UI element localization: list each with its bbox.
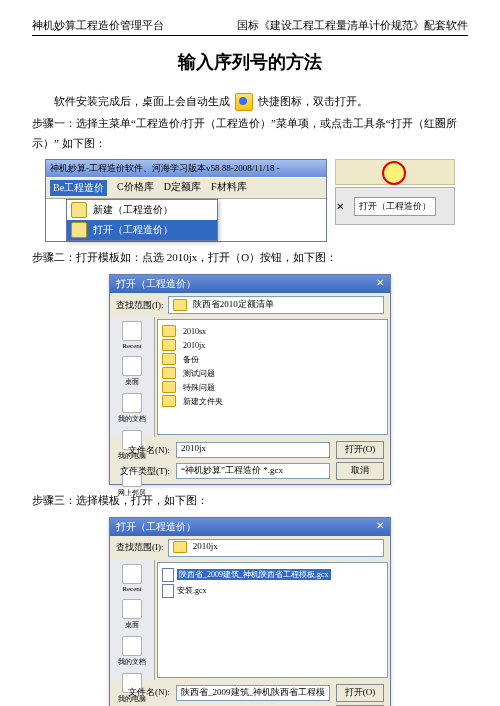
- toolbar-tooltip-area: ✕ 打开（工程造价）: [335, 187, 455, 225]
- folder-item[interactable]: 测试问题: [162, 366, 383, 380]
- file-item[interactable]: 安装.gcx: [162, 583, 383, 599]
- screenshot-step1: 神机妙算-工程造价软件、河海学习版本v58.88-2008/11/18 - Be…: [32, 159, 468, 242]
- filetype-field[interactable]: “神机妙算”工程造价 *.gcx: [176, 463, 330, 479]
- file-item-selected[interactable]: 陕西省_2009建筑_神机陕西省工程模板.gcx: [162, 567, 383, 583]
- place-mydocs[interactable]: 我的文档: [110, 636, 154, 667]
- desktop-icon: [122, 599, 142, 619]
- folder-item[interactable]: 特殊问题: [162, 380, 383, 394]
- dialog2-titlebar: 打开（工程造价） ✕: [110, 518, 390, 536]
- folder-icon: [162, 381, 176, 393]
- mydocs-icon: [122, 393, 142, 413]
- new-file-icon: [71, 202, 87, 218]
- lookin-label: 查找范围(I):: [116, 299, 164, 312]
- folder-item[interactable]: 备份: [162, 352, 383, 366]
- dialog1-title-text: 打开（工程造价）: [116, 277, 196, 291]
- page-title: 输入序列号的方法: [32, 50, 468, 74]
- folder-icon: [173, 299, 187, 311]
- menu-item-pricedb[interactable]: C价格库: [117, 180, 154, 196]
- close-icon[interactable]: ✕: [376, 520, 384, 534]
- place-recent[interactable]: Recent: [110, 321, 154, 350]
- dialog1-lookin-row: 查找范围(I): 陕西省2010定额清单: [110, 293, 390, 317]
- cancel-button[interactable]: 取消: [336, 462, 384, 480]
- submenu-open[interactable]: 打开（工程造价）: [67, 220, 217, 240]
- folder-name: 备份: [183, 354, 199, 365]
- menu-item-materialdb[interactable]: F材料库: [211, 180, 247, 196]
- step-2: 步骤二：打开模板如：点选 2010jx，打开（O）按钮，如下图：: [32, 248, 468, 268]
- top-rule: [32, 35, 468, 36]
- folder-icon: [162, 339, 176, 351]
- intro-before: 软件安装完成后，桌面上会自动生成: [54, 95, 230, 107]
- places-bar: Recent 桌面 我的文档 我的电脑 网上邻居: [110, 560, 155, 680]
- folder-icon: [173, 541, 187, 553]
- open-button[interactable]: 打开(O): [336, 684, 384, 702]
- app-titlebar: 神机妙算-工程造价软件、河海学习版本v58.88-2008/11/18 -: [46, 160, 326, 177]
- header-right: 国标《建设工程工程量清单计价规范》配套软件: [237, 18, 468, 33]
- folder-name: 2010sx: [183, 327, 206, 336]
- filename-field[interactable]: 陕西省_2009建筑_神机陕西省工程模板.gcx: [176, 685, 330, 701]
- place-desktop[interactable]: 桌面: [110, 599, 154, 630]
- file-icon: [162, 584, 174, 598]
- step-3: 步骤三：选择模板，打开，如下图：: [32, 491, 468, 511]
- place-desktop-label: 桌面: [110, 377, 154, 387]
- lookin-value: 陕西省2010定额清单: [193, 299, 274, 309]
- tooltip-open: 打开（工程造价）: [354, 197, 436, 216]
- app-window: 神机妙算-工程造价软件、河海学习版本v58.88-2008/11/18 - Be…: [45, 159, 327, 242]
- folder-name: 新建文件夹: [183, 396, 223, 407]
- intro-paragraph: 软件安装完成后，桌面上会自动生成 快捷图标，双击打开。: [32, 92, 468, 112]
- close-icon[interactable]: ✕: [376, 277, 384, 291]
- file-list[interactable]: 2010sx 2010jx 备份 测试问题 特殊问题 新建文件夹: [157, 319, 388, 435]
- folder-item[interactable]: 2010sx: [162, 324, 383, 338]
- dialog2-title-text: 打开（工程造价）: [116, 520, 196, 534]
- recent-icon: [122, 564, 142, 584]
- places-bar: Recent 桌面 我的文档 我的电脑 网上邻居: [110, 317, 155, 437]
- folder-icon: [162, 325, 176, 337]
- open-button-highlight[interactable]: [382, 161, 406, 185]
- header-left: 神机妙算工程造价管理平台: [32, 18, 164, 33]
- toolbar-icons: [335, 159, 455, 185]
- folder-icon: [162, 395, 176, 407]
- file-icon: [162, 568, 174, 582]
- place-desktop[interactable]: 桌面: [110, 356, 154, 387]
- place-mydocs[interactable]: 我的文档: [110, 393, 154, 424]
- screenshot-step3: 打开（工程造价） ✕ 查找范围(I): 2010jx Recent 桌面 我的文…: [32, 517, 468, 706]
- intro-after: 快捷图标，双击打开。: [258, 95, 368, 107]
- dialog1-titlebar: 打开（工程造价） ✕: [110, 275, 390, 293]
- place-recent-label: Recent: [110, 342, 154, 350]
- submenu-new[interactable]: 新建（工程造价）: [67, 200, 217, 220]
- folder-name: 特殊问题: [183, 382, 215, 393]
- screenshot-step2: 打开（工程造价） ✕ 查找范围(I): 陕西省2010定额清单 Recent 桌…: [32, 274, 468, 485]
- place-recent-label: Recent: [110, 585, 154, 593]
- open-file-icon: [71, 222, 87, 238]
- folder-item[interactable]: 2010jx: [162, 338, 383, 352]
- file-dialog-2: 打开（工程造价） ✕ 查找范围(I): 2010jx Recent 桌面 我的文…: [109, 517, 391, 706]
- recent-icon: [122, 321, 142, 341]
- toolbar-snippet: ✕ 打开（工程造价）: [335, 159, 455, 242]
- file-name: 陕西省_2009建筑_神机陕西省工程模板.gcx: [177, 569, 331, 580]
- menu-item-quotadb[interactable]: D定额库: [164, 180, 201, 196]
- folder-name: 测试问题: [183, 368, 215, 379]
- filename-field[interactable]: 2010jx: [176, 442, 330, 458]
- place-mydocs-label: 我的文档: [110, 657, 154, 667]
- dialog2-lookin-row: 查找范围(I): 2010jx: [110, 536, 390, 560]
- place-recent[interactable]: Recent: [110, 564, 154, 593]
- file-list[interactable]: 陕西省_2009建筑_神机陕西省工程模板.gcx 安装.gcx: [157, 562, 388, 678]
- lookin-combo[interactable]: 2010jx: [168, 539, 385, 557]
- folder-item[interactable]: 新建文件夹: [162, 394, 383, 408]
- menu-item-engineering[interactable]: Be工程造价: [50, 180, 107, 196]
- lookin-value: 2010jx: [193, 541, 218, 551]
- folder-icon: [162, 367, 176, 379]
- open-button[interactable]: 打开(O): [336, 441, 384, 459]
- file-name: 安装.gcx: [177, 585, 207, 596]
- shortcut-icon: [235, 93, 253, 111]
- file-dialog-1: 打开（工程造价） ✕ 查找范围(I): 陕西省2010定额清单 Recent 桌…: [109, 274, 391, 485]
- filename-label: 文件名(N):: [116, 444, 170, 457]
- desktop-icon: [122, 356, 142, 376]
- place-desktop-label: 桌面: [110, 620, 154, 630]
- place-mydocs-label: 我的文档: [110, 414, 154, 424]
- step-1: 步骤一：选择主菜单“工程造价/打开（工程造价）”菜单项，或点击工具条“打开（红圈…: [32, 114, 468, 154]
- filetype-label: 文件类型(T):: [116, 465, 170, 478]
- filename-label: 文件名(N):: [116, 686, 170, 699]
- mydocs-icon: [122, 636, 142, 656]
- submenu: 新建（工程造价） 打开（工程造价）: [66, 199, 218, 241]
- lookin-combo[interactable]: 陕西省2010定额清单: [168, 296, 385, 314]
